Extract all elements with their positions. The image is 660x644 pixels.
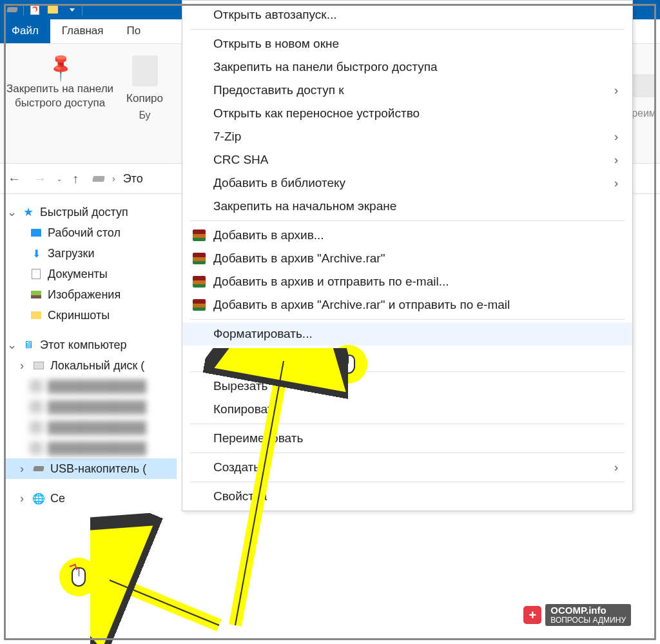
- chevron-right-icon: ›: [614, 177, 623, 190]
- menu-open-autorun[interactable]: Открыть автозапуск...: [182, 3, 632, 26]
- tree-label: Се: [50, 492, 65, 505]
- folder-icon: [30, 309, 43, 322]
- menu-separator: [190, 424, 625, 424]
- tree-label: Загрузки: [48, 247, 94, 260]
- menu-pin-quick-access[interactable]: Закрепить на панели быстрого доступа: [182, 55, 632, 79]
- dropdown-icon[interactable]: [64, 3, 77, 16]
- menu-rename[interactable]: Переименовать: [182, 427, 632, 450]
- menu-open-portable[interactable]: Открыть как переносное устройство: [182, 102, 632, 125]
- tree-blurred-item[interactable]: ████████████: [4, 438, 177, 458]
- desktop-icon: [30, 226, 43, 239]
- menu-add-library[interactable]: Добавить в библиотеку›: [182, 171, 632, 195]
- tree-this-pc[interactable]: 🖥 Этот компьютер: [4, 335, 177, 355]
- menu-add-archive-rar[interactable]: Добавить в архив "Archive.rar": [182, 247, 632, 270]
- tree-local-disk[interactable]: Локальный диск (: [4, 355, 177, 376]
- winrar-icon: [191, 228, 207, 242]
- back-button[interactable]: ←: [5, 169, 23, 189]
- copy-label: Копиро: [126, 92, 163, 106]
- menu-properties[interactable]: Свойства: [182, 485, 632, 508]
- tree-quick-access[interactable]: ★ Быстрый доступ: [4, 202, 177, 222]
- cursor-icon: ☝: [313, 356, 327, 371]
- chevron-right-icon: ›: [614, 153, 623, 167]
- usb-icon: [32, 462, 45, 475]
- disk-icon: [32, 359, 45, 372]
- menu-separator: [190, 482, 625, 482]
- chevron-right-icon[interactable]: ›: [112, 173, 115, 184]
- clipboard-label: Бу: [139, 110, 150, 121]
- ribbon-copy-group[interactable]: Копиро Бу: [120, 55, 170, 163]
- tree-desktop[interactable]: Рабочий стол: [4, 222, 177, 243]
- disk-icon: [6, 3, 19, 16]
- chevron-right-icon: ›: [614, 461, 623, 474]
- menu-crc-sha[interactable]: CRC SHA›: [182, 148, 632, 171]
- chevron-right-icon: ›: [614, 130, 623, 144]
- menu-eject[interactable]: Извлечь: [182, 346, 632, 369]
- tree-network[interactable]: 🌐 Се: [4, 488, 177, 509]
- mouse-icon: [341, 355, 355, 374]
- forward-button[interactable]: →: [31, 169, 49, 189]
- tree-pictures[interactable]: Изображения: [4, 284, 177, 305]
- menu-separator: [190, 319, 625, 320]
- menu-format[interactable]: Форматировать...: [182, 322, 632, 346]
- location-disk-icon: [92, 176, 105, 182]
- watermark-text: OCOMP.info ВОПРОСЫ АДМИНУ: [545, 604, 631, 626]
- highlight-usb: [59, 558, 98, 596]
- ribbon-pin-group[interactable]: 📌 Закрепить на панели быстрого доступа: [0, 55, 120, 163]
- tree-blurred-item[interactable]: ████████████: [4, 396, 177, 417]
- menu-give-access[interactable]: Предоставить доступ к›: [182, 79, 632, 102]
- menu-open-new-window[interactable]: Открыть в новом окне: [182, 32, 632, 55]
- menu-add-archive[interactable]: Добавить в архив...: [182, 224, 632, 247]
- star-icon: ★: [22, 206, 35, 219]
- menu-7zip[interactable]: 7-Zip›: [182, 125, 632, 148]
- tree-label: Изображения: [48, 288, 121, 302]
- menu-separator: [190, 453, 625, 453]
- pin-label: Закрепить на панели быстрого доступа: [6, 82, 113, 110]
- menu-copy[interactable]: Копировать: [182, 398, 632, 421]
- document-icon: [30, 268, 43, 280]
- tab-home[interactable]: Главная: [50, 19, 115, 43]
- network-icon: 🌐: [32, 492, 45, 505]
- menu-cut[interactable]: Вырезать: [182, 375, 632, 398]
- tree-label: Этот компьютер: [40, 338, 127, 352]
- separator: [23, 4, 24, 15]
- chevron-right-icon: ›: [614, 84, 623, 97]
- tree-screenshots[interactable]: Скриншоты: [4, 305, 177, 326]
- tree-blurred-item[interactable]: ████████████: [4, 376, 177, 396]
- menu-create[interactable]: Создать›: [182, 456, 632, 479]
- separator: [82, 4, 82, 15]
- tree-label: Документы: [48, 268, 108, 281]
- chevron-right-icon[interactable]: [17, 462, 27, 476]
- chevron-right-icon[interactable]: [17, 492, 27, 505]
- breadcrumb-text[interactable]: Это: [123, 172, 143, 186]
- menu-pin-start[interactable]: Закрепить на начальном экране: [182, 195, 632, 218]
- tree-label: Быстрый доступ: [40, 206, 128, 219]
- tree-label: Локальный диск (: [50, 359, 144, 373]
- watermark: + OCOMP.info ВОПРОСЫ АДМИНУ: [523, 604, 631, 626]
- folder-icon[interactable]: [46, 3, 59, 16]
- tree-documents[interactable]: Документы: [4, 264, 177, 284]
- menu-separator: [190, 371, 625, 372]
- chevron-right-icon[interactable]: [17, 359, 27, 373]
- tree-downloads[interactable]: ⬇ Загрузки: [4, 243, 177, 264]
- chevron-down-icon[interactable]: [6, 338, 17, 352]
- tab-share[interactable]: По: [115, 19, 153, 43]
- download-icon: ⬇: [30, 247, 43, 260]
- tab-file[interactable]: Файл: [0, 19, 50, 43]
- winrar-icon: [191, 298, 207, 312]
- tree-usb-drive[interactable]: USB-накопитель (: [4, 458, 177, 479]
- tree-label: Рабочий стол: [48, 226, 121, 240]
- watermark-plus-icon: +: [523, 606, 541, 624]
- menu-add-archive-email[interactable]: Добавить в архив и отправить по e-mail..…: [182, 270, 632, 293]
- pictures-icon: [30, 288, 43, 301]
- chevron-down-icon[interactable]: [6, 205, 17, 219]
- tree-label: USB-накопитель (: [50, 462, 146, 476]
- winrar-icon: [191, 275, 207, 289]
- highlight-format: ☝: [329, 345, 367, 384]
- menu-add-archive-rar-email[interactable]: Добавить в архив "Archive.rar" и отправи…: [182, 293, 632, 317]
- properties-icon[interactable]: [28, 3, 41, 16]
- up-button[interactable]: ↑: [70, 169, 81, 189]
- history-dropdown-icon[interactable]: ⌄: [57, 175, 62, 182]
- copy-icon: [132, 55, 158, 86]
- tree-blurred-item[interactable]: ████████████: [4, 417, 177, 438]
- winrar-icon: [191, 251, 207, 266]
